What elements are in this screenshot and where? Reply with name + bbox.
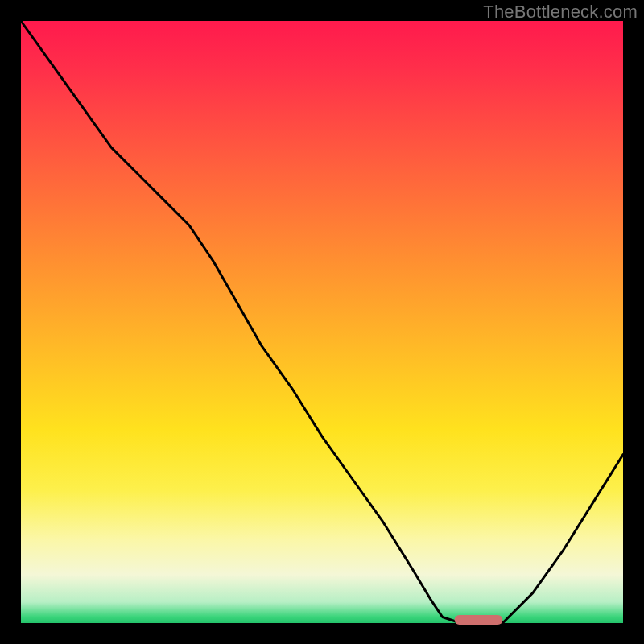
chart-svg: [21, 21, 623, 623]
bottleneck-curve: [21, 21, 623, 623]
watermark-text: TheBottleneck.com: [483, 2, 638, 23]
plot-area: [21, 21, 623, 623]
optimal-range-marker: [455, 615, 503, 625]
chart-frame: TheBottleneck.com: [0, 0, 644, 644]
